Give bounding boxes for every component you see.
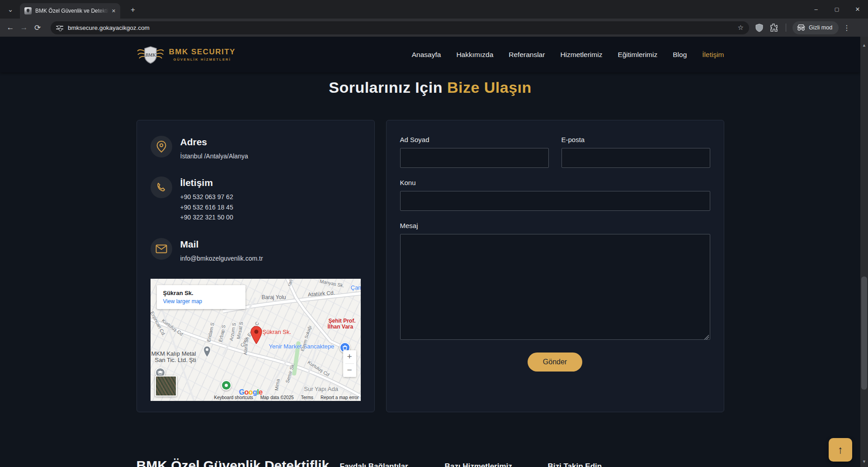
mail-address: info@bmkozelguvenlik.com.tr (180, 253, 263, 263)
browser-tab[interactable]: BMK Özel Güvenlik ve Detektifli ✕ (20, 3, 120, 19)
minimize-button[interactable]: – (806, 0, 826, 19)
toolbar-separator (786, 24, 786, 32)
scrollbar-thumb[interactable] (861, 276, 867, 390)
email-label: E-posta (561, 136, 710, 143)
textarea-resize-handle[interactable] (704, 335, 709, 339)
address-text: İstanbul /Antalya/Alanya (180, 151, 248, 161)
phone-block: İletişim +90 532 063 97 62 +90 532 616 1… (151, 176, 361, 222)
name-label: Ad Soyad (400, 136, 549, 143)
site-header: BMK BMK SECURITY GÜVENLİK HİZMETLERİ Ana… (0, 37, 860, 72)
map-satellite-toggle[interactable] (155, 376, 177, 396)
envelope-icon (151, 238, 172, 260)
nav-egitimlerimiz[interactable]: Eğitimlerimiz (618, 51, 657, 59)
scrollbar-down-icon[interactable]: ▼ (860, 457, 868, 465)
nav-iletisim[interactable]: İletişim (702, 51, 724, 59)
map-data-label: Map data ©2025 (260, 395, 294, 400)
contact-form-card: Ad Soyad E-posta Konu Mesaj (386, 120, 724, 412)
name-input[interactable] (400, 148, 549, 168)
page-content: BMK BMK SECURITY GÜVENLİK HİZMETLERİ Ana… (0, 37, 860, 467)
contact-info-card: Adres İstanbul /Antalya/Alanya İletişim … (137, 120, 375, 412)
maximize-button[interactable]: ▢ (826, 0, 847, 19)
toolbar-extensions (755, 24, 788, 32)
nav-referanslar[interactable]: Referanslar (509, 51, 545, 59)
map-pin-label: Şükran Sk. (263, 329, 292, 335)
footer-brand-title: BMK Özel Güvenlik Detektiflik (137, 457, 335, 467)
tab-favicon-icon (24, 7, 32, 14)
submit-button[interactable]: Gönder (528, 353, 582, 372)
google-map[interactable]: Manyas Sk. Çam Baraj Yolu Atatürk Cd. ra… (151, 279, 361, 401)
subject-input[interactable] (400, 191, 710, 211)
page-scrollbar[interactable]: ▲ ▼ (860, 37, 868, 467)
map-zoom-control: + − (343, 350, 356, 377)
address-block: Adres İstanbul /Antalya/Alanya (151, 136, 361, 161)
map-red-pin-icon[interactable] (250, 326, 263, 345)
extensions-puzzle-icon[interactable] (769, 24, 778, 32)
phone-number: +90 532 063 97 62 (180, 192, 233, 202)
phone-title: İletişim (180, 177, 233, 188)
tab-strip: ⌄ BMK Özel Güvenlik ve Detektifli ✕ + – … (0, 0, 868, 19)
back-to-top-button[interactable]: ↑ (829, 438, 852, 462)
close-button[interactable]: ✕ (847, 0, 868, 19)
browser-window: ⌄ BMK Özel Güvenlik ve Detektifli ✕ + – … (0, 0, 868, 467)
map-poi-label: Şehit Prof. (329, 318, 356, 324)
shield-icon[interactable] (755, 24, 763, 32)
map-park-marker-icon[interactable] (221, 380, 231, 391)
nav-blog[interactable]: Blog (673, 51, 687, 59)
nav-hizmetlerimiz[interactable]: Hizmetlerimiz (560, 51, 602, 59)
svg-text:BMK: BMK (145, 52, 156, 57)
scrollbar-up-icon[interactable]: ▲ (860, 41, 868, 49)
back-button[interactable]: ← (4, 21, 17, 34)
tab-title: BMK Özel Güvenlik ve Detektifli (35, 8, 109, 14)
address-title: Adres (180, 137, 248, 148)
email-input[interactable] (561, 148, 710, 168)
phone-icon (151, 176, 172, 198)
footer-services-title: Bazı Hizmetlerimiz (445, 457, 543, 467)
nav-anasayfa[interactable]: Anasayfa (412, 51, 441, 59)
terms-link[interactable]: Terms (301, 395, 313, 400)
page-title: Sorularınız Için Bize Ulaşın (0, 79, 860, 96)
map-zoom-in-button[interactable]: + (343, 350, 356, 363)
mail-title: Mail (180, 239, 263, 250)
map-poi-label: İlhan Vara (328, 324, 354, 330)
map-street-label: Baraj Yolu (262, 294, 286, 300)
message-textarea[interactable] (400, 234, 710, 340)
url-text[interactable]: bmksecure.gokayacikgoz.com (68, 24, 738, 31)
incognito-icon (797, 24, 805, 31)
message-label: Mesaj (400, 222, 710, 229)
footer-links-title: Faydalı Bağlantılar (340, 457, 440, 467)
footer-follow-title: Bizi Takip Edin (548, 457, 652, 467)
mail-block: Mail info@bmkozelguvenlik.com.tr (151, 238, 361, 263)
map-gray-pin-icon[interactable] (203, 346, 211, 358)
map-street-label: Alara Sk (242, 337, 249, 355)
location-pin-icon (151, 136, 172, 157)
tab-search-button[interactable]: ⌄ (4, 3, 17, 16)
reload-button[interactable]: ⟳ (31, 21, 44, 34)
address-bar[interactable]: bmksecure.gokayacikgoz.com ☆ (51, 21, 749, 34)
map-poi-label: Sur Yapı Ada (304, 386, 338, 392)
map-info-title: Şükran Sk. (163, 290, 239, 296)
keyboard-shortcuts-link[interactable]: Keyboard shortcuts (214, 395, 253, 400)
map-zoom-out-button[interactable]: − (343, 364, 356, 377)
map-attribution: Keyboard shortcuts Map data ©2025 Terms … (214, 395, 359, 400)
brand-name: BMK SECURITY (169, 48, 236, 57)
report-map-error-link[interactable]: Report a map error (321, 395, 359, 400)
phone-number: +90 532 616 18 45 (180, 202, 233, 212)
phone-number: +90 322 321 50 00 (180, 212, 233, 222)
tab-close-icon[interactable]: ✕ (112, 8, 116, 14)
bmk-emblem-icon: BMK (137, 44, 165, 66)
site-info-icon[interactable] (56, 24, 63, 31)
browser-menu-button[interactable]: ⋮ (843, 24, 850, 32)
nav-hakkimizda[interactable]: Hakkımızda (456, 51, 493, 59)
forward-button[interactable]: → (17, 21, 31, 34)
bookmark-star-icon[interactable]: ☆ (738, 24, 744, 32)
subject-label: Konu (400, 179, 710, 186)
site-logo[interactable]: BMK BMK SECURITY GÜVENLİK HİZMETLERİ (137, 44, 236, 66)
brand-tagline: GÜVENLİK HİZMETLERİ (169, 57, 236, 62)
map-poi-label: San Tic. Ltd. Şti (155, 357, 196, 363)
browser-toolbar: ← → ⟳ bmksecure.gokayacikgoz.com ☆ (0, 19, 868, 37)
site-footer: BMK Özel Güvenlik Detektiflik Faydalı Ba… (137, 457, 724, 467)
incognito-label: Gizli mod (809, 24, 832, 31)
view-larger-map-link[interactable]: View larger map (163, 298, 239, 305)
new-tab-button[interactable]: + (127, 5, 138, 15)
page-title-accent: Bize Ulaşın (447, 79, 532, 96)
